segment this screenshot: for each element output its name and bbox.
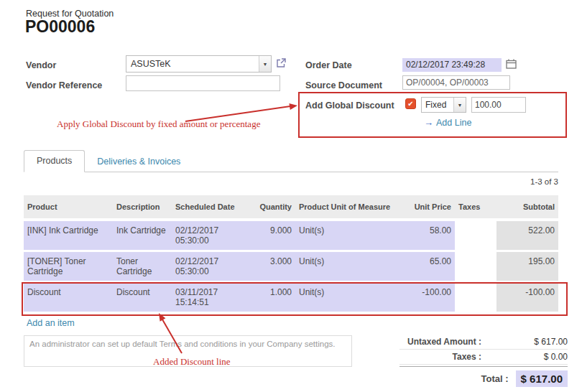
column-header-taxes[interactable]: Taxes: [455, 195, 496, 221]
untaxed-amount-label: Untaxed Amount :: [399, 337, 489, 347]
dropdown-caret-icon[interactable]: [259, 56, 271, 72]
calendar-icon[interactable]: [506, 59, 517, 69]
cell-uom[interactable]: Unit(s): [295, 252, 403, 283]
tab-deliveries-invoices[interactable]: Deliveries & Invoices: [85, 151, 193, 172]
table-header-row: Product Description Scheduled Date Quant…: [24, 195, 558, 221]
global-discount-label: Add Global Discount: [305, 101, 394, 111]
taxes-value: $ 0.00: [489, 352, 568, 362]
add-an-item-link[interactable]: Add an item: [27, 318, 75, 328]
cell-taxes[interactable]: [455, 221, 496, 252]
source-document-input[interactable]: [402, 75, 510, 90]
total-label: Total :: [399, 373, 516, 384]
order-date-label: Order Date: [305, 60, 352, 70]
cell-subtotal: 522.00: [496, 221, 558, 252]
table-row-discount[interactable]: Discount Discount 03/11/2017 15:14:51 1.…: [24, 283, 558, 314]
column-header-uom[interactable]: Product Unit of Measure: [295, 195, 403, 221]
vendor-reference-input[interactable]: [126, 75, 280, 91]
source-document-label: Source Document: [305, 80, 382, 90]
table-row[interactable]: [TONER] Toner Cartridge Toner Cartridge …: [24, 252, 558, 283]
tab-products[interactable]: Products: [24, 150, 85, 172]
add-line-link[interactable]: → Add Line: [424, 117, 471, 128]
cell-product[interactable]: Discount: [24, 283, 113, 314]
cell-scheduled-date[interactable]: 02/12/2017 05:30:00: [172, 252, 245, 283]
cell-unit-price[interactable]: 65.00: [403, 252, 455, 283]
order-date-input[interactable]: 02/12/2017 23:49:28: [402, 58, 502, 72]
discount-type-select[interactable]: Fixed: [421, 97, 466, 113]
column-header-quantity[interactable]: Quantity: [245, 195, 295, 221]
cell-quantity[interactable]: 3.000: [245, 252, 295, 283]
taxes-row: Taxes : $ 0.00: [399, 350, 568, 365]
add-line-label: Add Line: [436, 118, 471, 128]
untaxed-amount-value: $ 617.00: [489, 337, 568, 347]
cell-description[interactable]: Ink Cartridge: [113, 221, 172, 252]
discount-amount-input[interactable]: [471, 97, 526, 113]
global-discount-checkbox[interactable]: [405, 98, 416, 109]
order-lines-table: Product Description Scheduled Date Quant…: [24, 195, 558, 314]
cell-scheduled-date[interactable]: 02/12/2017 05:30:00: [172, 221, 245, 252]
cell-scheduled-date[interactable]: 03/11/2017 15:14:51: [172, 283, 245, 314]
vendor-select[interactable]: ASUSTeK: [126, 55, 272, 73]
cell-subtotal: -100.00: [496, 283, 558, 314]
untaxed-amount-row: Untaxed Amount : $ 617.00: [399, 335, 568, 350]
amount-summary: Untaxed Amount : $ 617.00 Taxes : $ 0.00…: [399, 335, 568, 389]
column-header-product[interactable]: Product: [24, 195, 113, 221]
annotation-global-discount-note: Apply Global Discount by fixed amount or…: [57, 118, 260, 130]
cell-unit-price[interactable]: -100.00: [403, 283, 455, 314]
column-header-unit-price[interactable]: Unit Price: [403, 195, 455, 221]
discount-type-value: Fixed: [422, 98, 453, 112]
external-link-icon[interactable]: [276, 58, 286, 68]
cell-product[interactable]: [INK] Ink Cartridge: [24, 221, 113, 252]
cell-taxes[interactable]: [455, 283, 496, 314]
cell-uom[interactable]: Unit(s): [295, 221, 403, 252]
taxes-label: Taxes :: [399, 352, 489, 362]
cell-quantity[interactable]: 9.000: [245, 221, 295, 252]
page-title: PO00006: [25, 17, 95, 37]
select-caret-icon[interactable]: [453, 98, 466, 112]
vendor-reference-label: Vendor Reference: [26, 80, 102, 90]
cell-description[interactable]: Toner Cartridge: [113, 252, 172, 283]
cell-uom[interactable]: Unit(s): [295, 283, 403, 314]
cell-unit-price[interactable]: 58.00: [403, 221, 455, 252]
total-row: Total : $ 617.00: [399, 366, 568, 389]
column-header-description[interactable]: Description: [113, 195, 172, 221]
column-header-scheduled-date[interactable]: Scheduled Date: [172, 195, 245, 221]
total-value: $ 617.00: [516, 370, 568, 387]
cell-quantity[interactable]: 1.000: [245, 283, 295, 314]
column-header-subtotal[interactable]: Subtotal: [496, 195, 558, 221]
cell-product[interactable]: [TONER] Toner Cartridge: [24, 252, 113, 283]
cell-taxes[interactable]: [455, 252, 496, 283]
vendor-label: Vendor: [26, 60, 56, 70]
notebook-tabbar: Products Deliveries & Invoices: [24, 150, 558, 172]
add-line-arrow-icon: →: [424, 117, 433, 128]
vendor-value: ASUSTeK: [126, 56, 259, 72]
list-pager[interactable]: 1-3 of 3: [458, 177, 558, 186]
annotation-discount-line-note: Added Discount line: [153, 356, 231, 368]
cell-description[interactable]: Discount: [113, 283, 172, 314]
cell-subtotal: 195.00: [496, 252, 558, 283]
table-row[interactable]: [INK] Ink Cartridge Ink Cartridge 02/12/…: [24, 221, 558, 252]
